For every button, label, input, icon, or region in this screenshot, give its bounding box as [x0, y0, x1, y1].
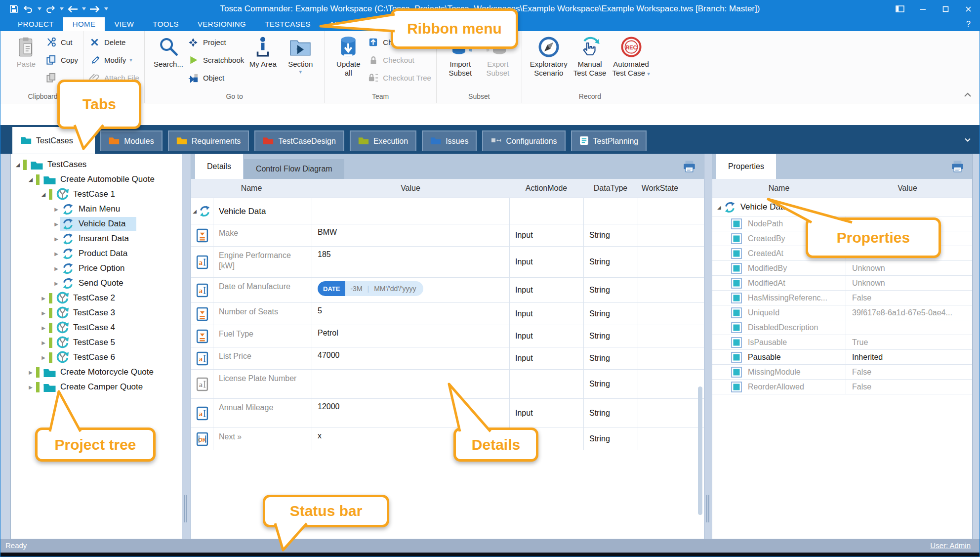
property-row-hasmissingreferenc[interactable]: HasMissingReferenc...False — [712, 291, 972, 305]
forward-icon[interactable] — [88, 3, 101, 15]
dropdown-caret-icon[interactable] — [36, 3, 42, 15]
dropdown-caret-icon[interactable] — [81, 3, 87, 15]
workspace-tab-testplanning[interactable]: TestPlanning — [571, 130, 647, 151]
tree-item-insurant-data[interactable]: ▶Insurant Data — [11, 231, 182, 246]
column-header-name[interactable]: Name — [191, 184, 312, 193]
checkbox-icon[interactable] — [731, 248, 742, 259]
workspace-tab-configurations[interactable]: Configurations — [482, 130, 565, 151]
menu-tab-tools[interactable]: TOOLS — [143, 17, 188, 31]
workspace-tab-requirements[interactable]: Requirements — [168, 130, 249, 151]
details-row-license-plate-number[interactable]: aLicense Plate NumberString — [191, 370, 704, 399]
tab-control-flow-diagram[interactable]: Control Flow Diagram — [244, 159, 344, 179]
date-value-pill[interactable]: DATE-3M|MM'/'dd'/'yyyy — [318, 281, 423, 296]
tree-item-testcases[interactable]: ◢TestCases — [11, 157, 182, 172]
tab-properties[interactable]: Properties — [716, 154, 776, 179]
menu-tab-project[interactable]: PROJECT — [8, 17, 63, 31]
expander-open-icon[interactable]: ◢ — [14, 162, 22, 168]
column-header-actionmode[interactable]: ActionMode — [509, 184, 583, 193]
checkbox-icon[interactable] — [731, 337, 742, 348]
column-header-datatype[interactable]: DataType — [583, 184, 638, 193]
checkbox-icon[interactable] — [731, 307, 742, 318]
details-row-make[interactable]: MakeBMWInputString — [191, 224, 704, 247]
save-icon[interactable] — [7, 3, 20, 15]
details-scrollbar[interactable] — [698, 386, 702, 515]
expander-closed-icon[interactable]: ▶ — [52, 281, 60, 286]
checkbox-icon[interactable] — [731, 382, 742, 392]
tree-item-product-data[interactable]: ▶Product Data — [11, 246, 182, 261]
exploratory-scenario-button[interactable]: ExploratoryScenario — [527, 31, 571, 78]
maximize-icon[interactable] — [934, 0, 957, 17]
object-button[interactable]: Object — [187, 72, 244, 84]
paste-button[interactable]: Paste — [7, 31, 45, 69]
checkbox-icon[interactable] — [731, 233, 742, 244]
expander-open-icon[interactable]: ◢ — [27, 176, 35, 183]
details-row-list-price[interactable]: aList Price47000InputString — [191, 347, 704, 370]
delete-button[interactable]: Delete — [88, 36, 139, 48]
dropdown-caret-icon[interactable]: ▾ — [129, 57, 132, 63]
redo-icon[interactable] — [44, 3, 57, 15]
tree-item-testcase-3[interactable]: ▶TestCase 3 — [11, 305, 182, 320]
expander-closed-icon[interactable]: ▶ — [40, 340, 47, 345]
checkout-tree-button[interactable]: Checkout Tree — [367, 72, 431, 84]
checkbox-icon[interactable] — [731, 263, 742, 274]
dropdown-caret-icon[interactable]: ▾ — [299, 69, 302, 75]
details-row-engine-performance-kw[interactable]: aEngine Performance [kW]185InputString — [191, 247, 704, 278]
expander-closed-icon[interactable]: ▶ — [27, 370, 35, 375]
close-tab-icon[interactable]: ✕ — [81, 136, 87, 145]
details-row-date-of-manufacture[interactable]: aDate of ManufactureDATE-3M|MM'/'dd'/'yy… — [191, 278, 704, 303]
property-row-modifiedby[interactable]: ModifiedByUnknown — [712, 261, 972, 276]
tree-item-main-menu[interactable]: ▶Main Menu — [11, 202, 182, 216]
user-link[interactable]: User: Admin — [930, 541, 971, 550]
menu-tab-api-testing[interactable]: API TESTING — [320, 17, 387, 31]
property-row-missingmodule[interactable]: MissingModuleFalse — [712, 365, 972, 380]
tree-item-vehicle-data[interactable]: ▶Vehicle Data — [11, 216, 182, 231]
tree-item-testcase-5[interactable]: ▶TestCase 5 — [11, 335, 182, 350]
modify-button[interactable]: Modify▾ — [88, 54, 139, 66]
column-header-workstate[interactable]: WorkState — [638, 184, 682, 193]
property-row-disableddescription[interactable]: DisabledDescription — [712, 320, 972, 335]
workspace-tab-execution[interactable]: Execution — [350, 130, 416, 151]
tab-overflow-icon[interactable] — [965, 136, 971, 143]
menu-tab-home[interactable]: HOME — [63, 17, 105, 31]
checkbox-icon[interactable] — [731, 278, 742, 289]
details-row-fuel-type[interactable]: Fuel TypePetrolInputString — [191, 325, 704, 347]
expander-closed-icon[interactable]: ▶ — [52, 207, 60, 212]
property-row-ispausable[interactable]: IsPausableTrue — [712, 335, 972, 350]
expander-closed-icon[interactable]: ▶ — [52, 236, 60, 242]
expander-closed-icon[interactable]: ▶ — [40, 310, 47, 316]
tree-item-create-automobile-quote[interactable]: ◢Create Automobile Quote — [11, 172, 182, 187]
tree-item-testcase-6[interactable]: ▶TestCase 6 — [11, 350, 182, 365]
close-icon[interactable] — [957, 0, 980, 17]
checkbox-icon[interactable] — [731, 322, 742, 333]
checkbox-icon[interactable] — [731, 352, 742, 363]
print-icon[interactable] — [683, 160, 696, 172]
column-header-value[interactable]: Value — [846, 184, 969, 193]
checkbox-icon[interactable] — [731, 218, 742, 229]
expander-closed-icon[interactable]: ▶ — [40, 325, 47, 331]
expander-closed-icon[interactable]: ▶ — [40, 296, 47, 301]
column-header-value[interactable]: Value — [312, 184, 509, 193]
properties-group-row[interactable]: ◢Vehicle Data — [712, 198, 972, 216]
checkout-button[interactable]: Checkout — [367, 54, 431, 66]
menu-tab-view[interactable]: VIEW — [105, 17, 143, 31]
undo-icon[interactable] — [22, 3, 35, 15]
details-row-annual-mileage[interactable]: aAnnual Mileage12000InputString — [191, 399, 704, 428]
checkbox-icon[interactable] — [731, 293, 742, 303]
menu-tab-versioning[interactable]: VERSIONING — [188, 17, 255, 31]
expander-closed-icon[interactable]: ▶ — [40, 355, 47, 360]
help-icon[interactable]: ? — [966, 17, 971, 31]
minimize-icon[interactable] — [911, 0, 934, 17]
workspace-tab-issues[interactable]: Issues — [422, 130, 477, 151]
expander-open-icon[interactable]: ◢ — [40, 191, 47, 198]
splitter-right[interactable] — [706, 495, 710, 522]
tree-item-testcase-1[interactable]: ◢TestCase 1 — [11, 187, 182, 202]
tree-item-testcase-4[interactable]: ▶TestCase 4 — [11, 320, 182, 335]
automated-test-case-button[interactable]: RECAutomatedTest Case ▾ — [609, 31, 653, 78]
column-header-name[interactable]: Name — [712, 184, 846, 193]
tree-item-create-motorcycle-quote[interactable]: ▶Create Motorcycle Quote — [11, 365, 182, 380]
tree-item-price-option[interactable]: ▶Price Option — [11, 261, 182, 276]
details-row-next[interactable]: OKNext »xInputString — [191, 428, 704, 450]
tab-details[interactable]: Details — [195, 154, 243, 179]
print-icon[interactable] — [951, 160, 964, 172]
search-button[interactable]: Search... — [150, 31, 187, 69]
